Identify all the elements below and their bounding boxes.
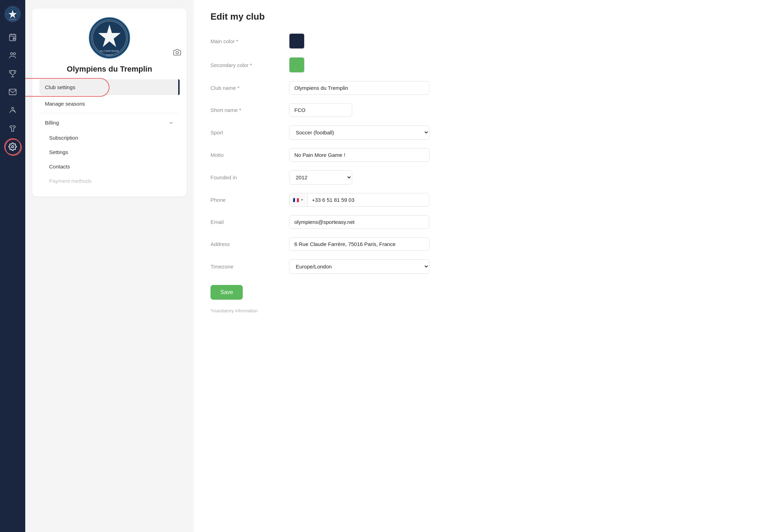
phone-input[interactable] bbox=[308, 193, 429, 206]
club-logo: OLYMPIENS 2007 bbox=[88, 17, 131, 59]
timezone-control: Europe/London Europe/Paris America/New_Y… bbox=[289, 259, 759, 274]
motto-input[interactable] bbox=[289, 148, 429, 162]
short-name-row: Short name * bbox=[210, 103, 759, 117]
nav-subscription[interactable]: Subscription bbox=[39, 131, 180, 145]
settings-active-ring bbox=[4, 138, 21, 155]
main-color-control bbox=[289, 33, 759, 49]
club-name-input[interactable] bbox=[289, 81, 429, 95]
short-name-label: Short name * bbox=[210, 107, 281, 113]
secondary-color-control bbox=[289, 57, 759, 73]
phone-control: 🇫🇷 ▼ bbox=[289, 193, 759, 207]
sidebar-item-jersey[interactable] bbox=[5, 121, 20, 136]
timezone-row: Timezone Europe/London Europe/Paris Amer… bbox=[210, 259, 759, 274]
sidebar-item-team[interactable] bbox=[5, 48, 20, 63]
svg-point-15 bbox=[12, 146, 14, 148]
sport-control: Soccer (football) Basketball Rugby Tenni… bbox=[289, 125, 759, 140]
secondary-color-label: Secondary color * bbox=[210, 62, 281, 68]
sidebar-item-settings[interactable] bbox=[5, 139, 20, 154]
save-area: Save bbox=[210, 282, 759, 300]
motto-label: Motto bbox=[210, 152, 281, 158]
motto-control bbox=[289, 148, 759, 162]
timezone-select[interactable]: Europe/London Europe/Paris America/New_Y… bbox=[289, 259, 429, 274]
club-logo-area: OLYMPIENS 2007 bbox=[39, 17, 180, 59]
founded-row: Founded in 2012 2010 2011 2013 2014 bbox=[210, 170, 759, 185]
nav-club-settings[interactable]: Club settings bbox=[39, 79, 180, 95]
club-name-control bbox=[289, 81, 759, 95]
main-color-label: Main color * bbox=[210, 38, 281, 44]
secondary-color-row: Secondary color * bbox=[210, 57, 759, 73]
email-row: Email bbox=[210, 215, 759, 229]
phone-flag-selector[interactable]: 🇫🇷 ▼ bbox=[289, 194, 308, 206]
main-color-row: Main color * bbox=[210, 33, 759, 49]
phone-label: Phone bbox=[210, 197, 281, 203]
camera-icon[interactable] bbox=[173, 48, 181, 58]
sidebar-item-trophy[interactable] bbox=[5, 66, 20, 81]
sidebar-item-calendar[interactable] bbox=[5, 29, 20, 45]
svg-point-12 bbox=[13, 53, 15, 55]
motto-row: Motto bbox=[210, 148, 759, 162]
nav-divider bbox=[39, 113, 180, 113]
sport-select[interactable]: Soccer (football) Basketball Rugby Tenni… bbox=[289, 125, 429, 140]
svg-text:OLYMPIENS: OLYMPIENS bbox=[100, 49, 119, 53]
svg-point-11 bbox=[11, 53, 13, 55]
svg-text:2007: 2007 bbox=[106, 54, 113, 56]
main-color-swatch[interactable] bbox=[289, 33, 305, 49]
short-name-input[interactable] bbox=[289, 103, 352, 117]
main-area: OLYMPIENS 2007 Olympiens du Tremplin Clu… bbox=[25, 0, 776, 532]
left-panel: OLYMPIENS 2007 Olympiens du Tremplin Clu… bbox=[25, 0, 194, 532]
founded-control: 2012 2010 2011 2013 2014 bbox=[289, 170, 759, 185]
save-button[interactable]: Save bbox=[210, 285, 243, 300]
sidebar: OLYMPIENS bbox=[0, 0, 25, 532]
svg-rect-13 bbox=[9, 89, 16, 95]
page-title: Edit my club bbox=[210, 11, 759, 22]
sidebar-item-volunteer[interactable] bbox=[5, 102, 20, 118]
svg-text:OLYMPIENS: OLYMPIENS bbox=[8, 19, 16, 20]
nav-payment-methods: Payment methods bbox=[39, 174, 180, 188]
nav-manage-seasons[interactable]: Manage seasons bbox=[39, 96, 180, 112]
nav-billing[interactable]: Billing bbox=[39, 115, 180, 131]
sport-row: Sport Soccer (football) Basketball Rugby… bbox=[210, 125, 759, 140]
email-control bbox=[289, 215, 759, 229]
phone-input-group: 🇫🇷 ▼ bbox=[289, 193, 429, 207]
address-row: Address bbox=[210, 237, 759, 251]
svg-point-22 bbox=[176, 51, 178, 54]
email-input[interactable] bbox=[289, 215, 429, 229]
address-control bbox=[289, 237, 759, 251]
founded-select[interactable]: 2012 2010 2011 2013 2014 bbox=[289, 170, 352, 185]
right-panel: Edit my club Main color * Secondary colo… bbox=[194, 0, 776, 532]
club-card: OLYMPIENS 2007 Olympiens du Tremplin Clu… bbox=[32, 8, 187, 197]
address-label: Address bbox=[210, 241, 281, 247]
address-input[interactable] bbox=[289, 237, 429, 251]
secondary-color-swatch[interactable] bbox=[289, 57, 305, 73]
email-label: Email bbox=[210, 219, 281, 225]
short-name-control bbox=[289, 103, 759, 117]
club-name-label: Club name * bbox=[210, 85, 281, 91]
timezone-label: Timezone bbox=[210, 264, 281, 270]
phone-row: Phone 🇫🇷 ▼ bbox=[210, 193, 759, 207]
nav-settings[interactable]: Settings bbox=[39, 145, 180, 159]
founded-label: Founded in bbox=[210, 174, 281, 180]
club-name: Olympiens du Tremplin bbox=[39, 65, 180, 74]
club-name-row: Club name * bbox=[210, 81, 759, 95]
mandatory-note: *mandatory information bbox=[210, 308, 759, 313]
sidebar-item-mail[interactable] bbox=[5, 84, 20, 100]
nav-contacts[interactable]: Contacts bbox=[39, 159, 180, 174]
flag-dropdown-icon: ▼ bbox=[300, 198, 304, 202]
flag-emoji: 🇫🇷 bbox=[293, 197, 299, 203]
sidebar-logo[interactable]: OLYMPIENS bbox=[4, 6, 21, 22]
sport-label: Sport bbox=[210, 129, 281, 135]
svg-point-14 bbox=[12, 107, 14, 109]
